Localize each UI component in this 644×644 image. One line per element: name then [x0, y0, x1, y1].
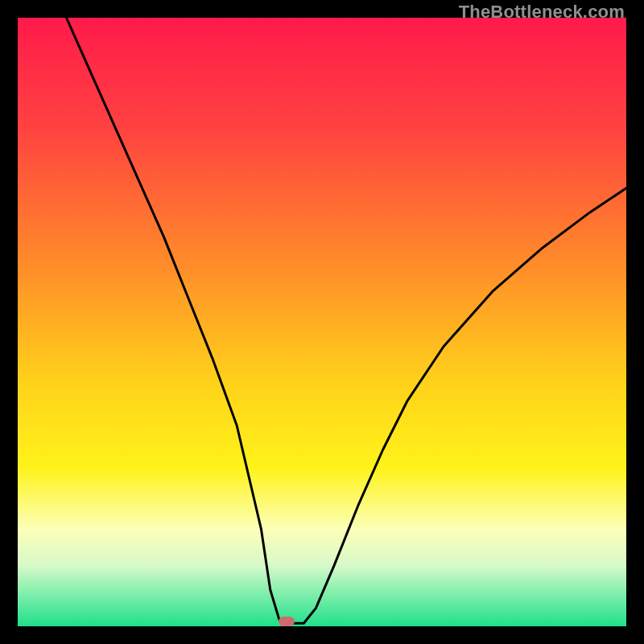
optimal-point-marker: [279, 617, 295, 626]
chart-frame: TheBottleneck.com: [0, 0, 644, 644]
bottleneck-curve: [18, 18, 626, 626]
plot-area: [18, 18, 626, 626]
watermark-text: TheBottleneck.com: [459, 2, 625, 23]
